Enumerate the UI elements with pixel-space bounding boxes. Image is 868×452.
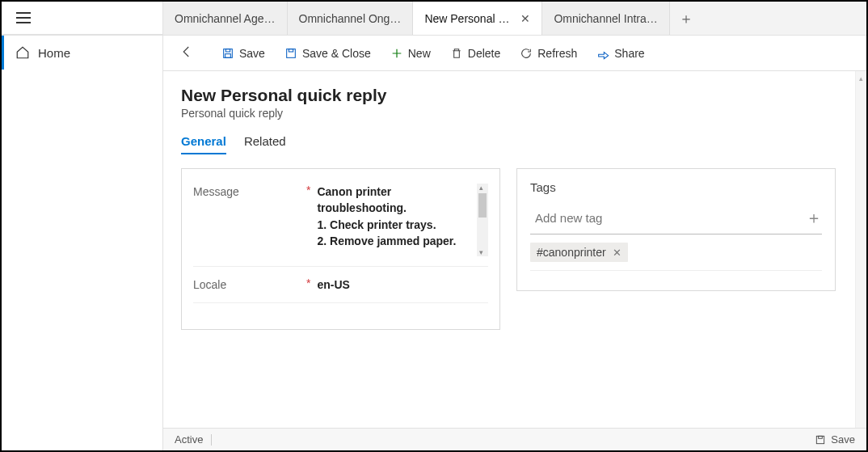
message-field-value[interactable]: Canon printer troubleshooting. 1. Check …: [317, 184, 474, 256]
tags-section-title: Tags: [530, 180, 822, 194]
tab-new-personal-quick-reply[interactable]: New Personal quick reply ✕: [413, 2, 542, 35]
save-button[interactable]: Save: [213, 42, 273, 65]
button-label: Delete: [468, 47, 500, 60]
save-and-close-button[interactable]: Save & Close: [276, 42, 379, 65]
tab-omnichannel-intraday[interactable]: Omnichannel Intra…: [542, 2, 669, 35]
required-indicator: *: [306, 184, 310, 196]
page-subtitle: Personal quick reply: [181, 107, 837, 120]
svg-rect-2: [225, 53, 231, 57]
tab-omnichannel-agent[interactable]: Omnichannel Age…: [163, 2, 288, 35]
svg-rect-3: [287, 49, 296, 57]
form-tabs: General Related: [181, 134, 837, 155]
sidebar-item-label: Home: [38, 46, 70, 60]
tag-chip[interactable]: #canonprinter ✕: [530, 243, 628, 262]
delete-button[interactable]: Delete: [442, 42, 508, 65]
svg-rect-1: [225, 49, 230, 51]
tab-label: Omnichannel Ong…: [299, 12, 402, 25]
record-state: Active: [175, 433, 203, 446]
tags-panel: Tags ＋ #canonprinter ✕: [516, 168, 836, 291]
add-tag-button[interactable]: ＋: [806, 207, 822, 229]
svg-rect-5: [817, 436, 824, 443]
remove-tag-icon[interactable]: ✕: [613, 247, 622, 259]
tag-chip-label: #canonprinter: [537, 246, 606, 259]
status-bar: Active Save: [163, 428, 866, 450]
back-button[interactable]: [175, 40, 199, 67]
locale-field-value[interactable]: en-US: [317, 277, 488, 293]
tab-label: New Personal quick reply: [424, 12, 514, 25]
form-tab-general[interactable]: General: [181, 134, 226, 154]
tab-omnichannel-ongoing[interactable]: Omnichannel Ong…: [288, 2, 414, 35]
svg-rect-6: [819, 436, 823, 438]
button-label: Save & Close: [302, 47, 371, 60]
share-button[interactable]: Share: [588, 42, 652, 65]
svg-rect-4: [289, 49, 293, 51]
form-tab-related[interactable]: Related: [244, 134, 286, 154]
home-icon: [15, 45, 30, 60]
close-icon[interactable]: ✕: [520, 12, 530, 25]
general-panel: Message * Canon printer troubleshooting.…: [181, 168, 500, 330]
refresh-button[interactable]: Refresh: [512, 42, 585, 65]
new-button[interactable]: New: [382, 42, 439, 65]
tab-strip: Omnichannel Age… Omnichannel Ong… New Pe…: [163, 2, 866, 35]
sidebar: Home: [2, 36, 163, 450]
tab-label: Omnichannel Intra…: [554, 12, 657, 25]
command-bar: Save Save & Close New Delete Refresh: [163, 36, 866, 71]
sidebar-item-home[interactable]: Home: [2, 36, 162, 70]
page-title: New Personal quick reply: [181, 86, 837, 105]
content-scrollbar[interactable]: ▴: [855, 71, 866, 428]
new-tab-button[interactable]: ＋: [670, 2, 702, 35]
button-label: Share: [614, 47, 644, 60]
locale-field-label: Locale: [193, 277, 306, 291]
button-label: New: [408, 47, 431, 60]
textarea-scrollbar[interactable]: [477, 184, 488, 256]
button-label: Save: [831, 433, 855, 446]
button-label: Save: [239, 47, 265, 60]
message-field-label: Message: [193, 184, 306, 198]
statusbar-save-button[interactable]: Save: [815, 433, 855, 446]
add-tag-input[interactable]: [535, 211, 806, 225]
required-indicator: *: [306, 277, 310, 289]
tab-label: Omnichannel Age…: [175, 12, 276, 25]
button-label: Refresh: [537, 47, 577, 60]
hamburger-menu[interactable]: [16, 12, 31, 23]
